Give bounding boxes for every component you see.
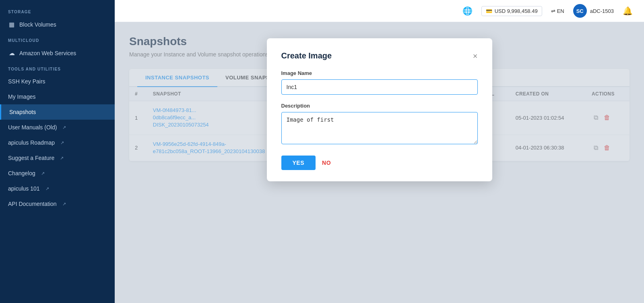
page-content: Snapshots Manage your Instance and Volum… [115,22,644,303]
external-link-icon: ↗ [41,171,45,176]
aws-icon: ☁ [8,50,15,57]
yes-button[interactable]: YES [281,156,316,170]
notification-icon[interactable]: 🔔 [623,6,633,16]
image-name-input[interactable] [281,79,478,95]
suggest-label: Suggest a Feature [8,155,54,161]
block-volumes-icon: ▦ [8,21,15,28]
external-link-icon: ↗ [62,125,66,130]
user-menu[interactable]: SC aDC-1503 [573,4,614,18]
external-link-icon: ↗ [62,201,66,207]
sidebar-item-label: Block Volumes [19,21,56,28]
snapshots-label: Snapshots [9,109,36,115]
external-link-icon: ↗ [60,140,64,145]
topbar: 🌐 💳 USD 9,998,458.49 ⇌ EN SC aDC-1503 🔔 [115,0,644,22]
description-label: Description [281,103,478,109]
create-image-modal: Create Image × Image Name Description Im… [267,38,492,181]
api-docs-label: API Documentation [8,201,57,207]
sidebar-item-api-docs[interactable]: API Documentation ↗ [0,196,115,212]
changelog-label: Changelog [8,170,35,176]
main-area: 🌐 💳 USD 9,998,458.49 ⇌ EN SC aDC-1503 🔔 … [115,0,644,303]
roadmap-label: apiculus Roadmap [8,139,55,146]
modal-title: Create Image [281,51,332,60]
sidebar-item-apiculus-roadmap[interactable]: apiculus Roadmap ↗ [0,135,115,150]
avatar: SC [573,4,587,18]
no-button[interactable]: NO [322,160,331,166]
images-label: My Images [8,93,35,100]
translate-icon: ⇌ [551,8,555,14]
apiculus101-label: apiculus 101 [8,185,40,192]
sidebar-item-suggest-feature[interactable]: Suggest a Feature ↗ [0,150,115,166]
sidebar-item-apiculus-101[interactable]: apiculus 101 ↗ [0,181,115,196]
sidebar-item-changelog[interactable]: Changelog ↗ [0,166,115,181]
modal-actions: YES NO [281,156,478,170]
balance-display: 💳 USD 9,998,458.49 [481,6,542,16]
external-link-icon: ↗ [45,186,49,191]
wallet-icon: 💳 [486,8,492,14]
balance-value: USD 9,998,458.49 [495,8,538,14]
lang-label: EN [557,8,564,14]
sidebar: STORAGE ▦ Block Volumes MULTICLOUD ☁ Ama… [0,0,115,303]
globe-icon[interactable]: 🌐 [462,6,473,16]
sidebar-section-storage: STORAGE [0,4,115,17]
sidebar-item-snapshots[interactable]: Snapshots [0,104,115,120]
sidebar-section-multicloud: MULTICLOUD [0,33,115,45]
external-link-icon: ↗ [60,156,64,161]
username-label: aDC-1503 [590,8,614,14]
ssh-label: SSH Key Pairs [8,78,45,85]
image-name-label: Image Name [281,70,478,76]
sidebar-item-my-images[interactable]: My Images [0,89,115,104]
language-selector[interactable]: ⇌ EN [551,8,564,14]
sidebar-item-ssh-key-pairs[interactable]: SSH Key Pairs [0,74,115,89]
description-textarea[interactable]: Image of first [281,112,478,144]
sidebar-section-tools: TOOLS AND UTILITIES [0,61,115,74]
close-button[interactable]: × [473,52,478,60]
modal-overlay: Create Image × Image Name Description Im… [115,22,644,303]
user-manuals-label: User Manuals (Old) [8,124,57,131]
sidebar-item-user-manuals[interactable]: User Manuals (Old) ↗ [0,120,115,135]
sidebar-item-aws[interactable]: ☁ Amazon Web Services [0,45,115,61]
modal-header: Create Image × [281,51,478,60]
sidebar-item-block-volumes[interactable]: ▦ Block Volumes [0,17,115,33]
sidebar-item-label: Amazon Web Services [19,50,76,56]
